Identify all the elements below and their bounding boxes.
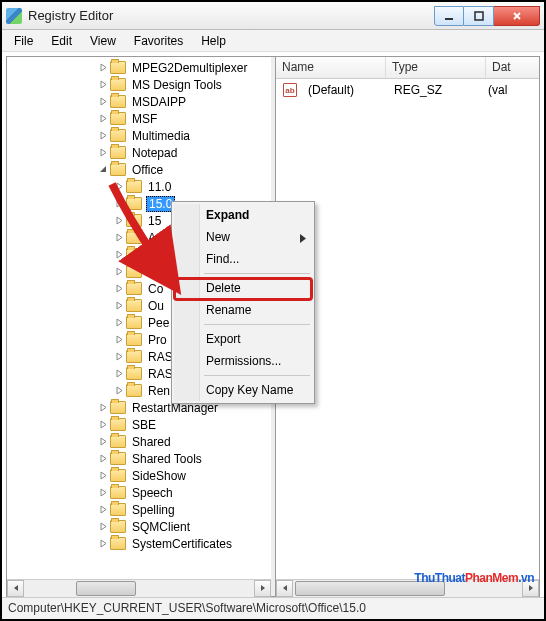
tree-node[interactable]: SQMClient	[7, 518, 271, 535]
ctx-new[interactable]: New	[174, 226, 312, 248]
status-path: Computer\HKEY_CURRENT_USER\Software\Micr…	[8, 601, 366, 615]
ctx-export[interactable]: Export	[174, 328, 312, 350]
tree-node[interactable]: MSDAIPP	[7, 93, 271, 110]
folder-icon	[126, 248, 142, 261]
folder-icon	[110, 112, 126, 125]
expand-icon[interactable]	[97, 130, 109, 142]
list-header: Name Type Dat	[276, 57, 539, 79]
close-button[interactable]	[494, 6, 540, 26]
scroll-right-button[interactable]	[254, 580, 271, 597]
menu-favorites[interactable]: Favorites	[126, 32, 191, 50]
expand-icon[interactable]	[113, 317, 125, 329]
app-icon	[6, 8, 22, 24]
svg-rect-1	[475, 12, 483, 20]
col-type[interactable]: Type	[386, 57, 486, 78]
menu-file[interactable]: File	[6, 32, 41, 50]
scroll-left-button[interactable]	[7, 580, 24, 597]
tree-label: MS Design Tools	[130, 78, 224, 92]
tree-label: MSF	[130, 112, 159, 126]
expand-icon[interactable]	[97, 96, 109, 108]
tree-node[interactable]: Office	[7, 161, 271, 178]
expand-icon[interactable]	[113, 368, 125, 380]
expand-icon[interactable]	[113, 385, 125, 397]
scroll-left-button[interactable]	[276, 580, 293, 597]
expand-icon[interactable]	[97, 147, 109, 159]
folder-icon	[110, 520, 126, 533]
folder-icon	[126, 180, 142, 193]
expand-icon[interactable]	[97, 470, 109, 482]
ctx-permissions[interactable]: Permissions...	[174, 350, 312, 372]
folder-icon	[110, 129, 126, 142]
list-row[interactable]: (Default) REG_SZ (val	[278, 81, 537, 99]
tree-node[interactable]: Spelling	[7, 501, 271, 518]
folder-icon	[110, 401, 126, 414]
folder-icon	[110, 486, 126, 499]
tree-node[interactable]: SideShow	[7, 467, 271, 484]
expand-icon[interactable]	[97, 62, 109, 74]
ctx-delete[interactable]: Delete	[174, 277, 312, 299]
expand-icon[interactable]	[113, 300, 125, 312]
minimize-button[interactable]	[434, 6, 464, 26]
tree-node[interactable]: Notepad	[7, 144, 271, 161]
folder-icon	[126, 384, 142, 397]
expand-icon[interactable]	[113, 351, 125, 363]
expand-icon[interactable]	[97, 538, 109, 550]
col-data[interactable]: Dat	[486, 57, 539, 78]
titlebar[interactable]: Registry Editor	[2, 2, 544, 30]
tree-node[interactable]: Shared Tools	[7, 450, 271, 467]
menu-help[interactable]: Help	[193, 32, 234, 50]
folder-icon	[126, 333, 142, 346]
folder-icon	[110, 95, 126, 108]
collapse-icon[interactable]	[97, 164, 109, 176]
tree-node[interactable]: Shared	[7, 433, 271, 450]
tree-label: Notepad	[130, 146, 179, 160]
menu-view[interactable]: View	[82, 32, 124, 50]
tree-node[interactable]: MSF	[7, 110, 271, 127]
expand-icon[interactable]	[97, 79, 109, 91]
left-horizontal-scrollbar[interactable]	[7, 579, 271, 596]
tree-label: Cli	[146, 248, 164, 262]
cell-name: (Default)	[302, 83, 388, 97]
folder-icon	[126, 367, 142, 380]
watermark: ThuThuatPhanMem.vn	[414, 564, 534, 587]
expand-icon[interactable]	[97, 402, 109, 414]
expand-icon[interactable]	[97, 113, 109, 125]
expand-icon[interactable]	[97, 419, 109, 431]
folder-icon	[110, 78, 126, 91]
tree-node[interactable]: Speech	[7, 484, 271, 501]
tree-node[interactable]: SBE	[7, 416, 271, 433]
ctx-expand[interactable]: Expand	[174, 204, 312, 226]
ctx-find[interactable]: Find...	[174, 248, 312, 270]
expand-icon[interactable]	[97, 521, 109, 533]
expand-icon[interactable]	[113, 249, 125, 261]
scroll-thumb[interactable]	[76, 581, 136, 596]
expand-icon[interactable]	[113, 266, 125, 278]
expand-icon[interactable]	[113, 334, 125, 346]
tree-label: 11.0	[146, 180, 173, 194]
cell-type: REG_SZ	[388, 83, 482, 97]
expand-icon[interactable]	[113, 215, 125, 227]
expand-icon[interactable]	[113, 232, 125, 244]
tree-node[interactable]: MS Design Tools	[7, 76, 271, 93]
string-value-icon	[282, 82, 298, 98]
menu-edit[interactable]: Edit	[43, 32, 80, 50]
expand-icon[interactable]	[97, 504, 109, 516]
folder-icon	[110, 61, 126, 74]
expand-icon[interactable]	[113, 198, 125, 210]
expand-icon[interactable]	[97, 453, 109, 465]
ctx-copy-key-name[interactable]: Copy Key Name	[174, 379, 312, 401]
folder-icon	[110, 503, 126, 516]
tree-node[interactable]: MPEG2Demultiplexer	[7, 59, 271, 76]
tree-label: SystemCertificates	[130, 537, 234, 551]
ctx-rename[interactable]: Rename	[174, 299, 312, 321]
folder-icon	[110, 418, 126, 431]
tree-node[interactable]: 11.0	[7, 178, 271, 195]
tree-node[interactable]: SystemCertificates	[7, 535, 271, 552]
expand-icon[interactable]	[113, 181, 125, 193]
expand-icon[interactable]	[113, 283, 125, 295]
maximize-button[interactable]	[464, 6, 494, 26]
expand-icon[interactable]	[97, 487, 109, 499]
col-name[interactable]: Name	[276, 57, 386, 78]
tree-node[interactable]: Multimedia	[7, 127, 271, 144]
expand-icon[interactable]	[97, 436, 109, 448]
